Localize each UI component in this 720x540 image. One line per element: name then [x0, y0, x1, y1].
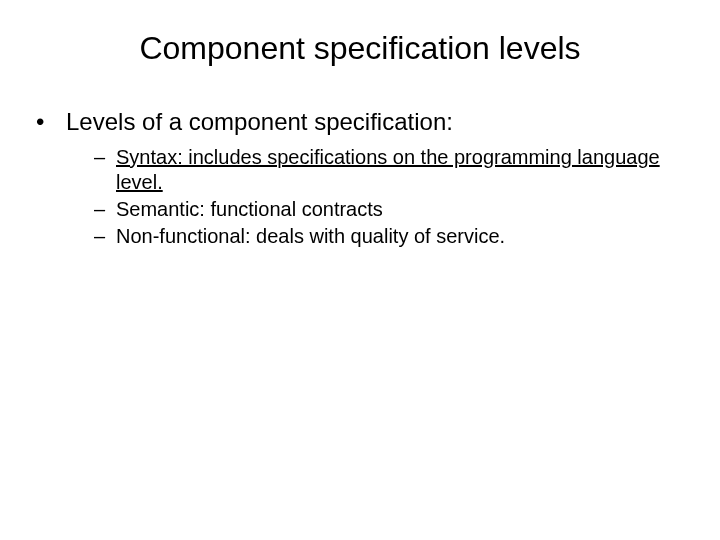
bullet-marker: – — [94, 145, 116, 195]
bullet-level-1: • Levels of a component specification: — [36, 107, 684, 137]
sub-bullet: – Semantic: functional contracts — [94, 197, 684, 222]
sub-bullet-text: Non-functional: deals with quality of se… — [116, 224, 684, 249]
sub-bullet-text: Semantic: functional contracts — [116, 197, 684, 222]
bullet-marker: – — [94, 197, 116, 222]
bullet-marker: • — [36, 107, 66, 137]
sub-bullet-list: – Syntax: includes specifications on the… — [94, 145, 684, 249]
slide-body: • Levels of a component specification: –… — [36, 107, 684, 249]
slide-title: Component specification levels — [36, 30, 684, 67]
sub-bullet-text: Syntax: includes specifications on the p… — [116, 145, 684, 195]
sub-bullet: – Non-functional: deals with quality of … — [94, 224, 684, 249]
slide: Component specification levels • Levels … — [0, 0, 720, 540]
sub-bullet: – Syntax: includes specifications on the… — [94, 145, 684, 195]
bullet-text: Levels of a component specification: — [66, 107, 684, 137]
bullet-marker: – — [94, 224, 116, 249]
